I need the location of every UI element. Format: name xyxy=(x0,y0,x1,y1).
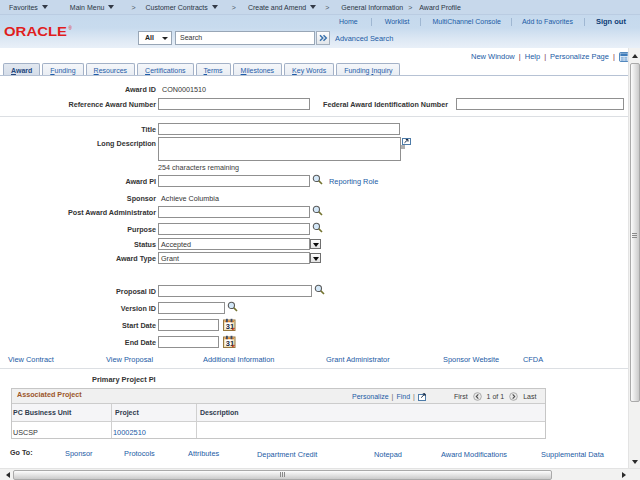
svg-text:ORACLE: ORACLE xyxy=(4,25,67,39)
svg-text:®: ® xyxy=(69,25,73,31)
